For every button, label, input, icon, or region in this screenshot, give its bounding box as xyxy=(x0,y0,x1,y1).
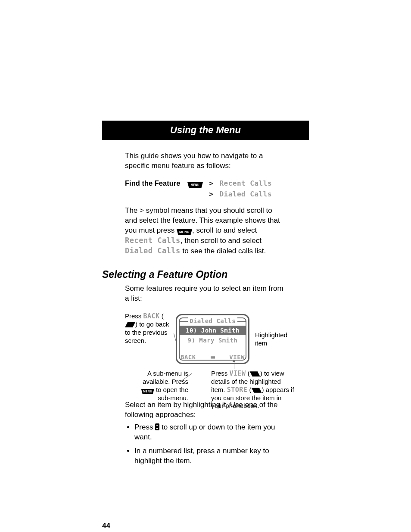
intro-text: This guide shows you how to navigate to … xyxy=(125,151,286,171)
explanation-paragraph: The > symbol means that you should scrol… xyxy=(125,206,286,256)
bullet-item: In a numbered list, press a number key t… xyxy=(134,446,286,466)
section-heading: Selecting a Feature Option xyxy=(102,268,286,281)
page-number: 44 xyxy=(102,521,110,531)
back-arrow-key-icon xyxy=(125,322,135,327)
scroll-key-icon xyxy=(155,423,159,430)
menu-key-icon: MENU xyxy=(187,182,203,188)
phone-screen-title: Dialed Calls xyxy=(177,317,248,325)
callout-highlighted-item: Highlighted item xyxy=(255,331,294,348)
phone-screen: Dialed Calls 10) John Smith 9) Mary Smit… xyxy=(176,314,249,364)
bullet-list: Press to scroll up or down to the item y… xyxy=(125,423,286,466)
view-arrow-key-icon xyxy=(250,371,260,376)
bullet-item: Press to scroll up or down to the item y… xyxy=(134,423,286,442)
menu-key-icon: MENU xyxy=(177,229,192,235)
nav-item-1: Recent Calls xyxy=(219,179,272,187)
softkey-back: BACK xyxy=(181,353,196,361)
page-title: Using the Menu xyxy=(102,121,309,140)
menu-key-icon: MENU xyxy=(141,389,154,394)
nav-separator: > xyxy=(209,179,213,187)
callout-submenu: A sub-menu is available. Press MENU to o… xyxy=(140,370,188,402)
nav-separator: > xyxy=(209,190,213,198)
menu-hamburger-icon xyxy=(211,356,215,359)
nav-item-2: Dialed Calls xyxy=(219,190,272,198)
store-arrow-key-icon xyxy=(252,388,262,393)
nav-path: MENU > Recent Calls MENU > Dialed Calls xyxy=(187,178,272,200)
callout-back: Press BACK () to go back to the previous… xyxy=(125,312,173,345)
find-the-feature-label: Find the Feature xyxy=(125,178,183,188)
softkey-view: VIEW xyxy=(229,353,245,361)
section-intro: Some features require you to select an i… xyxy=(125,284,286,304)
callout-view: Press VIEW () to view details of the hig… xyxy=(211,370,295,410)
